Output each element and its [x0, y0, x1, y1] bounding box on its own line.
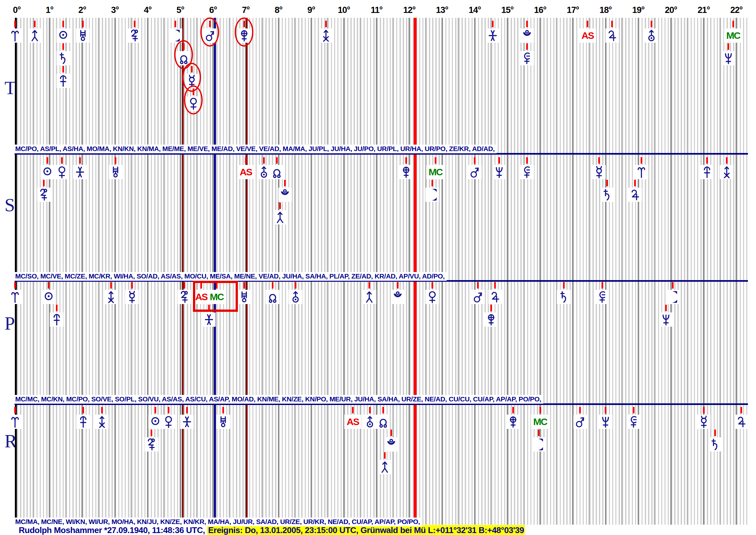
position-tick [477, 282, 479, 289]
position-tick [46, 157, 48, 164]
glyph-uranus-icon [237, 290, 251, 304]
glyph-cupido-icon [128, 28, 141, 43]
degree-grid-line [736, 18, 737, 525]
position-tick [526, 43, 528, 50]
glyph-moon-icon [666, 290, 679, 304]
axis-degree-label: 9° [300, 5, 323, 15]
position-tick [598, 157, 600, 164]
glyph-uranus-icon [217, 415, 230, 429]
position-tick [276, 157, 278, 164]
position-tick [526, 21, 528, 27]
glyph-mars-icon [468, 165, 482, 179]
degree-grid-line [310, 18, 312, 525]
glyph-mercury-icon [697, 415, 711, 429]
position-tick [397, 282, 398, 289]
summe-line [414, 18, 417, 525]
glyph-venus-icon [55, 165, 69, 179]
half-degree-grid-line [523, 18, 525, 525]
glyph-mercury-icon [125, 290, 139, 304]
position-tick [728, 43, 729, 50]
position-tick [325, 21, 327, 27]
position-tick [490, 305, 492, 311]
title-event: Ereignis: Do, 13.01.2005, 23:15:00 UTC, … [207, 525, 525, 535]
position-tick [579, 407, 581, 413]
glyph-vulkanus-icon [644, 28, 658, 43]
glyph-jupiter-icon [735, 415, 748, 429]
title-bar: Rudolph Moshammer *27.09.1940, 11:48:36 … [19, 525, 525, 535]
degree-grid-line [49, 18, 50, 525]
uranian-dial-chart: T S P R A-B 00°00' B-A 00°00' MCp/MCp 06… [0, 0, 756, 535]
midpoint-list-row: MC/SO, MC/VE, MC/ZE, MC/KR, WI/HA, SO/AD… [14, 272, 447, 281]
half-degree-grid-line [360, 18, 361, 525]
position-tick [279, 203, 281, 209]
glyph-apollon-icon [95, 415, 109, 429]
glyph-hades-icon [595, 290, 609, 304]
half-degree-grid-line [327, 18, 328, 525]
half-degree-grid-line [687, 18, 688, 525]
axis-b [246, 18, 248, 525]
position-tick [245, 157, 247, 164]
glyph-cupido-icon [177, 290, 191, 304]
glyph-node-icon [270, 165, 284, 179]
axis-degree-label: 19° [627, 5, 650, 15]
position-tick [382, 407, 384, 413]
position-tick [369, 407, 371, 413]
glyph-apollon-icon [720, 165, 733, 179]
glyph-jupiter-icon [606, 28, 619, 43]
position-tick [587, 21, 588, 27]
glyph-admetos-icon [399, 165, 413, 179]
position-tick [134, 21, 135, 27]
position-tick [563, 282, 565, 289]
glyph-vulkanus-icon [363, 415, 377, 429]
position-tick [641, 157, 642, 164]
degree-grid-line [278, 18, 279, 525]
axis-degree-label: 18° [594, 5, 617, 15]
glyph-mars-icon [573, 415, 587, 429]
position-tick [186, 407, 188, 413]
half-degree-grid-line [98, 18, 99, 525]
emphasis-circle [235, 17, 254, 46]
position-tick [431, 282, 433, 289]
glyph-aries-icon [9, 28, 22, 43]
glyph-venus-icon [425, 290, 439, 304]
position-tick [494, 282, 496, 289]
position-tick [243, 282, 245, 289]
glyph-cupido-icon [145, 437, 158, 452]
degree-grid-line [409, 18, 410, 525]
ascendant-label: AS [237, 165, 254, 179]
glyph-neptune-icon [493, 165, 506, 179]
glyph-admetos-icon [484, 312, 498, 327]
position-tick [295, 282, 296, 289]
position-tick [602, 282, 603, 289]
axis-degree-label: 16° [529, 5, 552, 15]
half-degree-grid-line [458, 18, 459, 525]
emphasis-circle [201, 17, 219, 46]
position-tick [605, 407, 607, 413]
axis-degree-label: 17° [561, 5, 584, 15]
glyph-sun-icon [57, 28, 70, 43]
row-label-p: P [5, 312, 15, 334]
glyph-apollon-icon [104, 290, 118, 304]
position-tick [184, 282, 185, 289]
glyph-hades-icon [520, 165, 534, 179]
position-tick [435, 157, 436, 164]
glyph-poseidon-icon [202, 312, 216, 327]
axis-degree-label: 8° [267, 5, 290, 15]
degree-grid-line [474, 18, 475, 525]
position-tick [391, 430, 392, 436]
position-tick [175, 21, 176, 27]
degree-grid-line [442, 18, 443, 525]
glyph-zeus-icon [378, 460, 392, 474]
half-degree-grid-line [33, 18, 34, 525]
position-tick [82, 21, 84, 27]
glyph-node-icon [376, 415, 390, 429]
position-tick [726, 157, 728, 164]
axis-degree-label: 10° [333, 5, 355, 15]
glyph-kronos-icon [50, 312, 63, 327]
position-tick [732, 21, 734, 27]
glyph-zeus-icon [28, 28, 42, 43]
position-tick [48, 282, 49, 289]
glyph-saturn-icon [557, 290, 571, 304]
glyph-poseidon-icon [486, 28, 500, 43]
position-tick [384, 452, 386, 459]
